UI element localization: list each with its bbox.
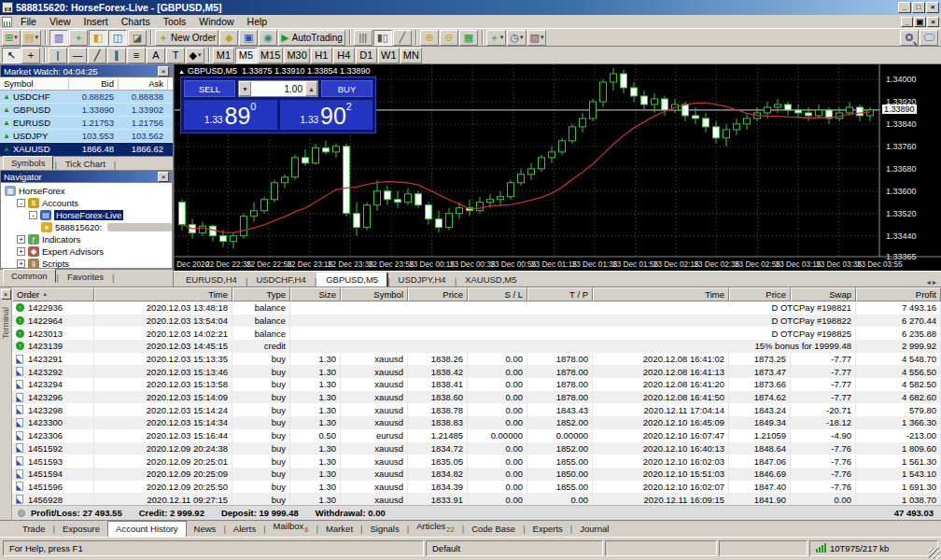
terminal-tab-signals[interactable]: Signals xyxy=(363,522,407,537)
chart-tab-scroll-icons[interactable]: ◂ ▸ xyxy=(927,278,941,287)
text-button[interactable]: A xyxy=(147,48,165,63)
terminal-tab-alerts[interactable]: Alerts xyxy=(226,522,263,537)
chart-close-button[interactable]: × xyxy=(927,17,939,27)
profiles-button[interactable]: ▤▾ xyxy=(21,30,41,46)
sell-price[interactable]: 1.33890 xyxy=(184,100,277,130)
terminal-tab-trade[interactable]: Trade xyxy=(15,522,52,537)
status-connection[interactable]: 10T975/217 kb xyxy=(809,540,938,556)
tree-expand-icon[interactable]: - xyxy=(29,211,37,219)
vertical-line-button[interactable]: | xyxy=(49,48,67,63)
terminal-tab-market[interactable]: Market xyxy=(318,522,360,537)
script-button[interactable]: ◆ xyxy=(219,30,238,46)
terminal-tab-news[interactable]: News xyxy=(187,522,224,537)
sound-button[interactable]: ◉ xyxy=(259,30,277,46)
timeframe-h1[interactable]: H1 xyxy=(311,48,332,63)
order-row-1422936[interactable]: ↑14229362020.12.03 13:48:18balanceD OTCP… xyxy=(12,301,941,315)
minimize-button[interactable]: _ xyxy=(898,2,911,13)
order-row-1423291[interactable]: 14232912020.12.03 15:13:35buy1.30xauusd1… xyxy=(12,353,941,366)
market-watch-row-eurusd[interactable]: ▲EURUSD1.217531.21756 xyxy=(0,117,173,130)
navigator-item-accounts[interactable]: -$Accounts xyxy=(1,197,172,209)
zoom-out-button[interactable]: ⊖ xyxy=(440,30,458,46)
market-watch-toggle[interactable]: ▥ xyxy=(49,30,68,46)
column-header-size[interactable]: Size xyxy=(290,287,341,301)
order-row-1423013[interactable]: ↑14230132020.12.03 14:02:21balanceD OTCP… xyxy=(12,327,941,340)
terminal-tab-mailbox[interactable]: Mailbox6 xyxy=(266,519,316,537)
horizontal-line-button[interactable]: — xyxy=(68,48,87,63)
text-label-button[interactable]: T xyxy=(166,48,185,63)
menu-file[interactable]: File xyxy=(14,15,43,28)
chart-expand-icon[interactable]: ▲ xyxy=(178,68,185,75)
crosshair-button[interactable]: + xyxy=(21,48,40,63)
terminal-tab-experts[interactable]: Experts xyxy=(526,522,570,537)
market-watch-tab-tick-chart[interactable]: Tick Chart xyxy=(58,158,113,170)
line-chart-button[interactable]: ╱ xyxy=(393,30,412,46)
terminal-tab-account-history[interactable]: Account History xyxy=(107,521,187,537)
chart-tab-usdjpy-h4[interactable]: USDJPY,H4 xyxy=(390,273,455,287)
terminal-toggle[interactable]: ◫ xyxy=(108,30,127,46)
timeframe-m1[interactable]: M1 xyxy=(213,48,234,63)
tree-expand-icon[interactable]: - xyxy=(17,199,25,207)
menu-help[interactable]: Help xyxy=(241,15,274,28)
column-header-price[interactable]: Price xyxy=(729,287,791,301)
timeframe-m30[interactable]: M30 xyxy=(284,48,309,63)
column-header-order[interactable]: Order▲ xyxy=(12,287,94,301)
indicators-button[interactable]: ＋▾ xyxy=(486,30,507,46)
terminal-close-icon[interactable]: × xyxy=(1,289,11,300)
volume-up-icon[interactable]: ▲ xyxy=(305,81,317,96)
market-watch-row-usdjpy[interactable]: ▲USDJPY103.553103.562 xyxy=(0,130,173,143)
order-row-1423298[interactable]: 14232982020.12.03 15:14:24buy1.30xauusd1… xyxy=(12,403,941,416)
periods-button[interactable]: ◷▾ xyxy=(507,30,526,46)
timeframe-d1[interactable]: D1 xyxy=(356,48,377,63)
market-watch-row-gbpusd[interactable]: ▲GBPUSD1.338901.33902 xyxy=(0,104,173,117)
column-header-time[interactable]: Time xyxy=(94,287,232,301)
order-row-1423306[interactable]: 14233062020.12.03 15:16:44buy0.50eurusd1… xyxy=(12,429,941,442)
templates-button[interactable]: ▧▾ xyxy=(527,30,547,46)
menu-window[interactable]: Window xyxy=(192,15,240,28)
data-window-button[interactable]: ＋ xyxy=(69,30,88,46)
status-profile[interactable]: Default xyxy=(426,540,603,556)
timeframe-mn[interactable]: MN xyxy=(400,48,422,63)
market-watch-tab-symbols[interactable]: Symbols xyxy=(3,156,53,170)
metaeditor-button[interactable]: ▣ xyxy=(239,30,258,46)
terminal-tab-articles[interactable]: Articles22 xyxy=(409,519,462,537)
column-header-swap[interactable]: Swap xyxy=(791,287,856,301)
chart-area[interactable]: ▲GBPUSD,M5 1.33875 1.33910 1.33854 1.338… xyxy=(174,64,941,271)
order-row-1451592[interactable]: 14515922020.12.09 20:24:38buy1.30xauusd1… xyxy=(12,442,941,455)
strategy-tester-button[interactable]: ◪ xyxy=(128,30,147,46)
new-chart-button[interactable]: ⊞▾ xyxy=(2,30,21,46)
order-row-1451593[interactable]: 14515932020.12.09 20:25:01buy1.30xauusd1… xyxy=(12,455,941,468)
column-header-price[interactable]: Price xyxy=(408,287,468,301)
chart-tab-eurusd-h4[interactable]: EURUSD,H4 xyxy=(177,273,246,287)
order-row-1423139[interactable]: ↑14231392020.12.03 14:45:15credit15% bon… xyxy=(12,340,941,353)
navigator-item-horseforex-live[interactable]: -▤HorseForex-Live xyxy=(1,209,172,221)
tree-expand-icon[interactable]: + xyxy=(17,247,25,256)
chart-minimize-button[interactable]: _ xyxy=(901,17,913,27)
navigator-tab-common[interactable]: Common xyxy=(3,269,56,283)
resize-grip[interactable] xyxy=(929,548,940,559)
menu-view[interactable]: View xyxy=(43,15,77,28)
navigator-close-icon[interactable]: × xyxy=(158,172,169,182)
menu-insert[interactable]: Insert xyxy=(77,15,115,28)
channel-button[interactable]: ∥ xyxy=(107,48,126,63)
column-header-time[interactable]: Time xyxy=(593,287,729,301)
tile-windows-button[interactable]: ▦ xyxy=(459,30,478,46)
bar-chart-button[interactable]: ||| xyxy=(354,30,372,46)
timeframe-h4[interactable]: H4 xyxy=(333,48,355,63)
chart-tab-xauusd-m5[interactable]: XAUUSD,M5 xyxy=(456,273,525,287)
order-row-1423300[interactable]: 14233002020.12.03 15:14:34buy1.30xauusd1… xyxy=(12,416,941,429)
buy-button[interactable]: BUY xyxy=(321,80,372,97)
order-row-1423294[interactable]: 14232942020.12.03 15:13:58buy1.30xauusd1… xyxy=(12,378,941,391)
sell-button[interactable]: SELL xyxy=(184,80,235,97)
navigator-item-scripts[interactable]: +§Scripts xyxy=(1,258,172,269)
order-row-1423292[interactable]: 14232922020.12.03 15:13:46buy1.30xauusd1… xyxy=(12,365,941,378)
navigator-tab-favorites[interactable]: Favorites xyxy=(60,271,111,283)
timeframe-m15[interactable]: M15 xyxy=(258,48,283,63)
mw-col-ask[interactable]: Ask xyxy=(119,78,168,89)
chat-icon[interactable] xyxy=(920,30,938,46)
column-header-profit[interactable]: Profit xyxy=(856,287,941,301)
column-header-type[interactable]: Type xyxy=(232,287,290,301)
chart-tab-gbpusd-m5[interactable]: GBPUSD,M5 xyxy=(316,273,387,287)
zoom-in-button[interactable]: ⊕ xyxy=(420,30,439,46)
buy-price[interactable]: 1.33902 xyxy=(280,100,373,130)
terminal-tab-journal[interactable]: Journal xyxy=(572,522,616,537)
